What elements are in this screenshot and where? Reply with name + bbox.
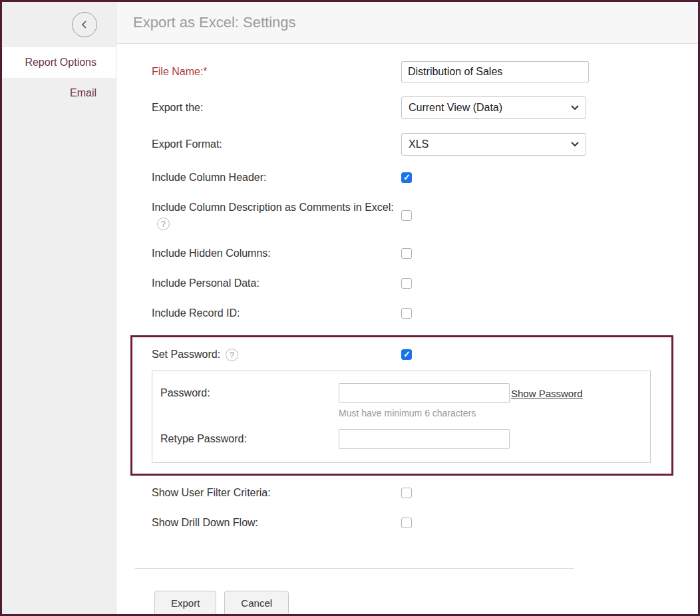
include-personal-data-checkbox[interactable] xyxy=(401,278,412,289)
sidebar-nav: Report Options Email xyxy=(2,47,116,108)
settings-form: File Name:* Export the: Current View (Da… xyxy=(116,44,698,614)
footer-divider xyxy=(135,568,574,569)
export-format-label: Export Format: xyxy=(152,136,401,152)
chevron-left-icon xyxy=(80,20,89,29)
export-the-select[interactable]: Current View (Data) xyxy=(401,96,586,119)
show-user-filter-checkbox[interactable] xyxy=(401,488,412,498)
include-column-description-checkbox[interactable] xyxy=(401,210,412,221)
retype-password-input[interactable] xyxy=(339,429,510,449)
set-password-checkbox[interactable] xyxy=(401,349,412,360)
header-bar: Export as Excel: Settings xyxy=(116,2,698,44)
password-row: Password: Must have minimum 6 characters… xyxy=(160,383,650,418)
export-the-row: Export the: Current View (Data) xyxy=(116,96,698,119)
include-column-header-label: Include Column Header: xyxy=(152,170,401,186)
include-hidden-columns-label: Include Hidden Columns: xyxy=(152,245,401,261)
export-format-selected-value: XLS xyxy=(409,138,429,150)
back-button[interactable] xyxy=(72,12,97,37)
export-button[interactable]: Export xyxy=(154,591,216,614)
show-user-filter-label: Show User Filter Criteria: xyxy=(152,485,401,501)
password-input[interactable] xyxy=(339,383,510,403)
include-record-id-row: Include Record ID: xyxy=(116,305,698,321)
chevron-down-icon xyxy=(571,105,579,110)
password-label: Password: xyxy=(160,383,339,399)
password-section-highlight: Set Password:? Password: Must have minim… xyxy=(130,335,673,476)
export-settings-window: Report Options Email Export as Excel: Se… xyxy=(0,0,700,616)
include-column-description-row: Include Column Description as Comments i… xyxy=(116,200,698,231)
include-hidden-columns-row: Include Hidden Columns: xyxy=(116,245,698,261)
chevron-down-icon xyxy=(571,142,579,147)
include-record-id-label: Include Record ID: xyxy=(152,305,401,321)
help-icon[interactable]: ? xyxy=(157,218,170,230)
show-user-filter-row: Show User Filter Criteria: xyxy=(116,485,698,501)
page-title: Export as Excel: Settings xyxy=(133,14,296,31)
sidebar-header xyxy=(2,2,116,47)
include-hidden-columns-checkbox[interactable] xyxy=(401,248,412,259)
set-password-label: Set Password:? xyxy=(152,347,401,363)
password-hint: Must have minimum 6 characters xyxy=(339,408,510,418)
export-format-select[interactable]: XLS xyxy=(401,133,586,156)
show-drill-down-checkbox[interactable] xyxy=(401,518,412,528)
password-panel: Password: Must have minimum 6 characters… xyxy=(152,371,651,463)
export-the-label: Export the: xyxy=(152,100,401,116)
include-column-description-label: Include Column Description as Comments i… xyxy=(152,200,401,231)
export-format-row: Export Format: XLS xyxy=(116,133,698,156)
set-password-text: Set Password: xyxy=(152,349,220,360)
export-the-selected-value: Current View (Data) xyxy=(409,102,502,114)
sidebar-item-report-options[interactable]: Report Options xyxy=(2,47,116,78)
include-personal-data-label: Include Personal Data: xyxy=(152,275,401,291)
include-record-id-checkbox[interactable] xyxy=(401,308,412,319)
main-panel: Export as Excel: Settings File Name:* Ex… xyxy=(116,2,698,614)
sidebar-item-email[interactable]: Email xyxy=(2,78,116,108)
show-password-link[interactable]: Show Password xyxy=(511,383,583,399)
include-column-description-text: Include Column Description as Comments i… xyxy=(152,202,394,213)
file-name-label: File Name:* xyxy=(152,64,401,80)
retype-password-label: Retype Password: xyxy=(160,433,339,445)
help-icon[interactable]: ? xyxy=(226,349,238,361)
include-column-header-row: Include Column Header: xyxy=(116,170,698,186)
sidebar: Report Options Email xyxy=(2,2,116,614)
file-name-input[interactable] xyxy=(401,61,589,82)
include-personal-data-row: Include Personal Data: xyxy=(116,275,698,291)
set-password-row: Set Password:? xyxy=(132,347,671,363)
include-column-header-checkbox[interactable] xyxy=(401,172,412,183)
retype-password-row: Retype Password: xyxy=(160,429,650,449)
show-drill-down-row: Show Drill Down Flow: xyxy=(116,515,698,531)
cancel-button[interactable]: Cancel xyxy=(224,591,289,614)
file-name-row: File Name:* xyxy=(116,61,698,82)
show-drill-down-label: Show Drill Down Flow: xyxy=(152,515,401,531)
password-input-group: Must have minimum 6 characters xyxy=(339,383,510,418)
action-buttons: Export Cancel xyxy=(116,591,698,614)
